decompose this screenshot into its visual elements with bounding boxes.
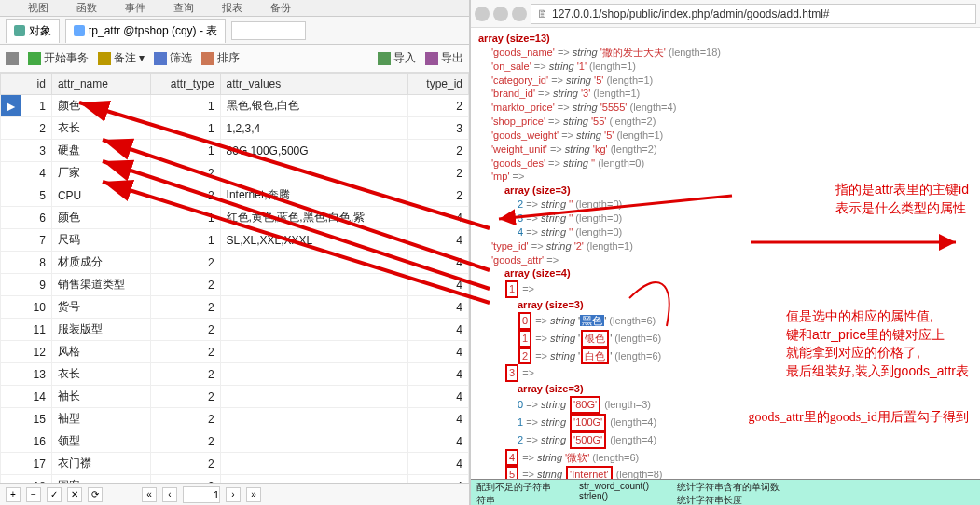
forward-icon[interactable] xyxy=(493,7,508,21)
start-transaction-button[interactable]: 开始事务 xyxy=(28,50,89,66)
cell-id[interactable]: 18 xyxy=(21,475,52,484)
cell-attr-type[interactable]: 1 xyxy=(151,207,221,229)
cell-attr-name[interactable]: 货号 xyxy=(51,296,150,319)
cell-type-id[interactable]: 4 xyxy=(408,252,469,274)
table-row[interactable]: 2 衣长 1 1,2,3,4 3 xyxy=(1,117,469,140)
prev-page-button[interactable]: ‹ xyxy=(162,487,177,502)
table-row[interactable]: 14 袖长 2 4 xyxy=(1,386,469,408)
cell-attr-name[interactable]: 尺码 xyxy=(51,229,150,252)
col-attr-name[interactable]: attr_name xyxy=(51,74,150,95)
menu-item[interactable]: 查询 xyxy=(173,1,194,15)
cell-attr-values[interactable]: 红色,黄色,蓝色,黑色,白色,紫 xyxy=(220,207,408,229)
cell-attr-values[interactable] xyxy=(220,363,408,386)
cell-attr-values[interactable]: 80G,100G,500G xyxy=(220,140,408,162)
menu-item[interactable]: 备份 xyxy=(270,1,291,15)
reload-icon[interactable] xyxy=(512,7,527,21)
cell-attr-values[interactable] xyxy=(220,274,408,296)
cell-attr-name[interactable]: 风格 xyxy=(51,341,150,363)
add-row-button[interactable]: + xyxy=(6,487,21,502)
cell-type-id[interactable]: 2 xyxy=(408,162,469,184)
cell-attr-values[interactable] xyxy=(220,319,408,341)
cell-id[interactable]: 4 xyxy=(21,162,52,184)
menu-item[interactable]: 事件 xyxy=(125,1,145,15)
cell-attr-values[interactable]: SL,XL,XXL,XXXL xyxy=(220,229,408,252)
cell-attr-values[interactable] xyxy=(220,386,408,408)
sort-button[interactable]: 排序 xyxy=(201,50,240,66)
table-row[interactable]: 6 颜色 1 红色,黄色,蓝色,黑色,白色,紫 4 xyxy=(1,207,469,229)
cell-type-id[interactable]: 4 xyxy=(408,319,469,341)
filter-button[interactable]: 筛选 xyxy=(154,50,192,66)
table-row[interactable]: ▶ 1 颜色 1 黑色,银色,白色 2 xyxy=(1,95,469,117)
cell-attr-type[interactable]: 2 xyxy=(151,453,221,475)
tab-table[interactable]: tp_attr @tpshop (cqy) - 表 xyxy=(65,19,226,43)
cell-attr-type[interactable]: 2 xyxy=(151,319,221,341)
table-row[interactable]: 10 货号 2 4 xyxy=(1,296,469,319)
commit-button[interactable]: ✓ xyxy=(47,487,62,502)
table-row[interactable]: 4 厂家 2 2 xyxy=(1,162,469,184)
table-row[interactable]: 13 衣长 2 4 xyxy=(1,363,469,386)
note-button[interactable]: 备注 ▾ xyxy=(98,50,145,66)
last-page-button[interactable]: » xyxy=(246,487,261,502)
cell-attr-type[interactable]: 2 xyxy=(151,475,221,484)
cell-id[interactable]: 17 xyxy=(21,453,52,475)
cell-attr-values[interactable] xyxy=(220,475,408,484)
cell-attr-type[interactable]: 1 xyxy=(151,95,221,117)
col-type-id[interactable]: type_id xyxy=(408,74,469,95)
cell-id[interactable]: 13 xyxy=(21,363,52,386)
cell-type-id[interactable]: 4 xyxy=(408,430,469,453)
cell-attr-type[interactable]: 2 xyxy=(151,341,221,363)
cell-attr-name[interactable]: 图案 xyxy=(51,475,150,484)
tab-search-input[interactable] xyxy=(231,21,306,40)
cell-attr-type[interactable]: 2 xyxy=(151,162,221,184)
cell-attr-type[interactable]: 2 xyxy=(151,274,221,296)
cell-id[interactable]: 9 xyxy=(21,274,52,296)
table-row[interactable]: 3 硬盘 1 80G,100G,500G 2 xyxy=(1,140,469,162)
cell-id[interactable]: 16 xyxy=(21,430,52,453)
cell-attr-type[interactable]: 2 xyxy=(151,252,221,274)
cell-attr-type[interactable]: 2 xyxy=(151,408,221,430)
cell-id[interactable]: 15 xyxy=(21,408,52,430)
cell-attr-values[interactable] xyxy=(220,453,408,475)
page-input[interactable] xyxy=(183,486,220,503)
cell-attr-values[interactable] xyxy=(220,408,408,430)
cell-attr-name[interactable]: 销售渠道类型 xyxy=(51,274,150,296)
cell-id[interactable]: 1 xyxy=(21,95,52,117)
url-bar[interactable]: 🗎127.0.0.1/shop/public/index.php/admin/g… xyxy=(531,4,976,24)
cell-attr-name[interactable]: 衣长 xyxy=(51,117,150,140)
cell-attr-name[interactable]: 颜色 xyxy=(51,207,150,229)
table-row[interactable]: 8 材质成分 2 4 xyxy=(1,252,469,274)
first-page-button[interactable]: « xyxy=(142,487,157,502)
cell-attr-type[interactable]: 2 xyxy=(151,430,221,453)
cell-attr-name[interactable]: 衣长 xyxy=(51,363,150,386)
export-button[interactable]: 导出 xyxy=(425,50,463,66)
cell-attr-name[interactable]: 厂家 xyxy=(51,162,150,184)
cell-attr-name[interactable]: 硬盘 xyxy=(51,140,150,162)
menu-item[interactable]: 视图 xyxy=(28,1,48,15)
back-icon[interactable] xyxy=(475,7,490,21)
cell-attr-values[interactable] xyxy=(220,341,408,363)
cell-type-id[interactable]: 2 xyxy=(408,184,469,207)
cell-attr-values[interactable] xyxy=(220,252,408,274)
col-id[interactable]: id xyxy=(21,74,52,95)
cell-attr-values[interactable]: 1,2,3,4 xyxy=(220,117,408,140)
refresh-button[interactable]: ⟳ xyxy=(88,487,103,502)
cell-type-id[interactable]: 4 xyxy=(408,296,469,319)
cell-attr-name[interactable]: 领型 xyxy=(51,430,150,453)
delete-row-button[interactable]: − xyxy=(26,487,41,502)
cell-type-id[interactable]: 4 xyxy=(408,408,469,430)
cell-id[interactable]: 12 xyxy=(21,341,52,363)
cell-type-id[interactable]: 2 xyxy=(408,95,469,117)
cell-attr-name[interactable]: 袖长 xyxy=(51,386,150,408)
cell-type-id[interactable]: 2 xyxy=(408,140,469,162)
cell-id[interactable]: 7 xyxy=(21,229,52,252)
cell-attr-type[interactable]: 2 xyxy=(151,363,221,386)
cell-id[interactable]: 3 xyxy=(21,140,52,162)
grid-wrap[interactable]: id attr_name attr_type attr_values type_… xyxy=(0,73,469,483)
cell-type-id[interactable]: 4 xyxy=(408,274,469,296)
cell-attr-name[interactable]: 服装版型 xyxy=(51,319,150,341)
cell-type-id[interactable]: 4 xyxy=(408,229,469,252)
cell-attr-name[interactable]: 材质成分 xyxy=(51,252,150,274)
cell-attr-values[interactable] xyxy=(220,162,408,184)
table-row[interactable]: 17 衣门襟 2 4 xyxy=(1,453,469,475)
cell-attr-values[interactable] xyxy=(220,296,408,319)
